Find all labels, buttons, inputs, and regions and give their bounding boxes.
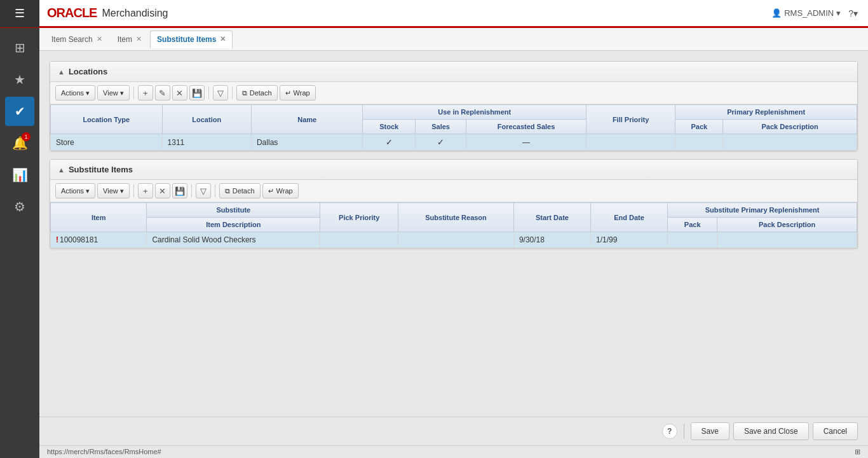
locations-edit-button[interactable]: ✎ xyxy=(155,85,170,101)
locations-header-group-row: Location Type Location Name Use in Reple… xyxy=(51,105,857,120)
locations-toolbar: Actions ▾ View ▾ + ✎ ✕ xyxy=(50,82,857,104)
help-button[interactable]: ?▾ xyxy=(848,8,858,18)
sub-actions-button[interactable]: Actions ▾ xyxy=(55,183,95,198)
locations-filter-button[interactable]: ▽ xyxy=(213,85,228,101)
sub-add-icon: + xyxy=(143,186,148,196)
cell-end-date: 1/1/99 xyxy=(591,232,668,248)
sub-filter-button[interactable]: ▽ xyxy=(196,183,211,198)
sub-view-button[interactable]: View ▾ xyxy=(97,183,130,198)
main-layout: ⊞ ★ ✔ 🔔 1 📊 ⚙ Item Search ✕ Item ✕ xyxy=(0,28,868,458)
locations-panel: ▲ Locations Actions ▾ View ▾ + xyxy=(50,61,858,151)
tab-substitute-items-close[interactable]: ✕ xyxy=(220,35,226,43)
cell-pack-description xyxy=(717,232,857,248)
sidebar-item-favorites[interactable]: ★ xyxy=(5,65,34,94)
sidebar-item-tasks[interactable]: ✔ xyxy=(5,97,34,126)
cell-start-date: 9/30/18 xyxy=(513,232,590,248)
col-sales: Sales xyxy=(415,120,466,134)
help-question-icon: ? xyxy=(667,427,672,436)
cell-fill-priority xyxy=(586,134,675,151)
scroll-area: ▲ Locations Actions ▾ View ▾ + xyxy=(39,51,868,417)
view-dropdown-icon: ▾ xyxy=(120,89,124,97)
footer-bar: ? Save Save and Close Cancel xyxy=(39,417,868,445)
col-pack: Pack xyxy=(675,120,723,134)
substitute-items-table: Item Substitute Pick Priority Substitute… xyxy=(50,202,857,248)
sub-col-group-substitute: Substitute xyxy=(147,203,320,218)
toolbar-separator-3 xyxy=(232,87,233,99)
cell-name: Dallas xyxy=(251,134,363,151)
locations-delete-button[interactable]: ✕ xyxy=(172,85,187,101)
col-group-primary-replenishment: Primary Replenishment xyxy=(675,105,857,120)
col-fill-priority: Fill Priority xyxy=(586,105,675,134)
substitute-items-panel-header[interactable]: ▲ Substitute Items xyxy=(50,160,857,180)
locations-table-container: Location Type Location Name Use in Reple… xyxy=(50,104,857,151)
locations-actions-button[interactable]: Actions ▾ xyxy=(55,85,95,101)
cell-pick-priority xyxy=(320,232,398,248)
sidebar-item-settings[interactable]: ⚙ xyxy=(5,192,34,221)
save-and-close-button[interactable]: Save and Close xyxy=(733,422,809,440)
substitute-items-toolbar: Actions ▾ View ▾ + ✕ 💾 xyxy=(50,180,857,202)
toolbar-separator-1 xyxy=(133,87,134,99)
sub-save-button[interactable]: 💾 xyxy=(172,183,187,198)
sub-delete-icon: ✕ xyxy=(159,186,166,196)
tab-bar: Item Search ✕ Item ✕ Substitute Items ✕ xyxy=(39,28,868,51)
sub-toolbar-separator-3 xyxy=(215,184,215,197)
cell-sales: ✓ xyxy=(415,134,466,151)
tab-substitute-items-label: Substitute Items xyxy=(157,35,216,44)
user-icon: 👤 xyxy=(771,8,782,18)
tab-substitute-items[interactable]: Substitute Items ✕ xyxy=(150,31,233,48)
tab-item-close[interactable]: ✕ xyxy=(136,35,142,43)
locations-panel-header[interactable]: ▲ Locations xyxy=(50,62,857,82)
status-url: https://merch/Rms/faces/RmsHome# xyxy=(47,448,161,456)
notification-badge: 1 xyxy=(22,132,31,141)
status-bar: https://merch/Rms/faces/RmsHome# ⊞ xyxy=(39,445,868,458)
tab-item-search[interactable]: Item Search ✕ xyxy=(44,31,109,48)
row-indicator: ! xyxy=(56,235,58,244)
nav-right: 👤 RMS_ADMIN ▾ ?▾ xyxy=(771,8,868,18)
menu-toggle[interactable]: ☰ xyxy=(0,0,39,27)
oracle-logo: ORACLE Merchandising xyxy=(39,0,176,27)
sidebar-item-notifications[interactable]: 🔔 1 xyxy=(5,128,34,158)
sub-detach-button[interactable]: ⧉ Detach xyxy=(219,183,261,198)
save-button[interactable]: Save xyxy=(691,422,729,440)
cell-pack xyxy=(675,134,723,151)
cell-location-type: Store xyxy=(51,134,163,151)
hamburger-icon: ☰ xyxy=(15,6,25,20)
sub-col-substitute-reason: Substitute Reason xyxy=(398,203,514,232)
tab-item-search-close[interactable]: ✕ xyxy=(97,35,102,43)
cell-stock: ✓ xyxy=(363,134,415,151)
tab-item[interactable]: Item ✕ xyxy=(111,31,149,48)
sub-wrap-button[interactable]: ↵ Wrap xyxy=(262,183,299,198)
col-forecasted-sales: Forecasted Sales xyxy=(466,120,587,134)
sub-delete-button[interactable]: ✕ xyxy=(155,183,170,198)
table-row[interactable]: Store 1311 Dallas ✓ ✓ — xyxy=(51,134,857,151)
sub-add-button[interactable]: + xyxy=(138,183,153,198)
locations-detach-button[interactable]: ⧉ Detach xyxy=(236,85,278,101)
col-location-type: Location Type xyxy=(51,105,163,134)
help-icon: ?▾ xyxy=(848,8,858,18)
add-icon: + xyxy=(143,88,148,98)
substitute-items-panel: ▲ Substitute Items Actions ▾ View ▾ xyxy=(50,159,858,249)
tab-item-search-label: Item Search xyxy=(51,35,93,44)
locations-view-button[interactable]: View ▾ xyxy=(97,85,130,101)
locations-save-button[interactable]: 💾 xyxy=(189,85,205,101)
toolbar-separator-2 xyxy=(208,87,209,99)
cancel-button[interactable]: Cancel xyxy=(813,422,858,440)
help-button[interactable]: ? xyxy=(662,424,677,439)
locations-table: Location Type Location Name Use in Reple… xyxy=(50,104,857,151)
sub-col-pick-priority: Pick Priority xyxy=(320,203,398,232)
sub-header-group-row: Item Substitute Pick Priority Substitute… xyxy=(51,203,857,218)
chart-icon: 📊 xyxy=(12,167,28,183)
username: RMS_ADMIN xyxy=(784,8,834,18)
sidebar-item-analytics[interactable]: 📊 xyxy=(5,160,34,190)
locations-add-button[interactable]: + xyxy=(138,85,153,101)
sub-detach-icon: ⧉ xyxy=(225,187,230,195)
sub-view-dropdown-icon: ▾ xyxy=(120,187,124,195)
sub-col-pack: Pack xyxy=(668,218,717,232)
table-row[interactable]: !100098181 Cardinal Solid Wood Checkers … xyxy=(51,232,857,248)
sidebar-item-apps[interactable]: ⊞ xyxy=(5,33,34,62)
star-icon: ★ xyxy=(14,72,25,87)
sub-toolbar-separator-1 xyxy=(133,184,134,197)
locations-wrap-button[interactable]: ↵ Wrap xyxy=(280,85,316,101)
nav-user[interactable]: 👤 RMS_ADMIN ▾ xyxy=(771,8,841,18)
sub-wrap-icon: ↵ xyxy=(268,187,274,195)
